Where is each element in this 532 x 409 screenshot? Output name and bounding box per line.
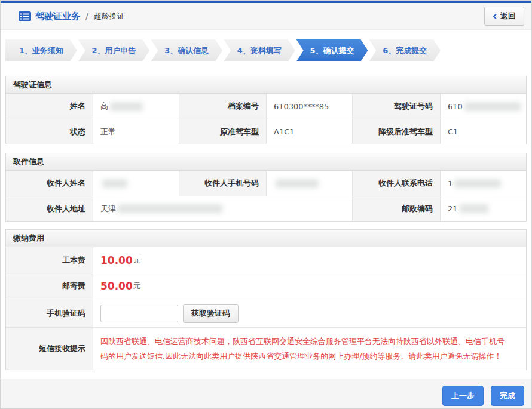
sms-code-input[interactable] [100, 305, 178, 322]
field-value: 1 [440, 171, 526, 196]
business-title: 驾驶证业务 [35, 11, 80, 22]
pickup-info-table: 收件人姓名收件人手机号码收件人联系电话1收件人地址天津邮政编码21 [6, 171, 526, 221]
license-info-table: 姓名高档案编号610300****85驾驶证号码610状态正常原准驾车型A1C1… [6, 94, 526, 144]
field-value-text: 高 [100, 101, 108, 112]
section-title: 缴纳费用 [6, 230, 526, 247]
field-label: 原准驾车型 [179, 119, 266, 144]
field-label: 短信接收提示 [6, 327, 93, 370]
field-label: 邮政编码 [352, 196, 440, 221]
redacted-text [454, 179, 501, 188]
field-value: 高 [93, 94, 179, 119]
section-title: 驾驶证信息 [6, 76, 526, 94]
field-value: A1C1 [266, 119, 352, 144]
sms-notice-text: 因陕西省联通、电信运营商技术问题，陕西省互联网交通安全综合服务管理平台无法向持陕… [100, 334, 526, 364]
field-value-text: 天津 [100, 204, 116, 214]
get-code-button[interactable]: 获取验证码 [183, 304, 239, 323]
section-license-info: 驾驶证信息 姓名高档案编号610300****85驾驶证号码610状态正常原准驾… [5, 76, 527, 144]
field-label: 收件人手机号码 [179, 171, 266, 196]
field-value: 因陕西省联通、电信运营商技术问题，陕西省互联网交通安全综合服务管理平台无法向持陕… [93, 327, 526, 370]
field-label: 状态 [6, 119, 93, 144]
field-label: 收件人姓名 [6, 171, 93, 196]
back-button[interactable]: 返回 [484, 7, 524, 26]
field-label: 档案编号 [179, 94, 266, 119]
title-separator: / [85, 11, 88, 21]
step-tab-4[interactable]: 4、资料填写 [224, 39, 295, 61]
field-value: 610 [440, 94, 526, 119]
field-value: 天津 [93, 196, 352, 221]
field-label: 降级后准驾车型 [352, 119, 440, 144]
field-value-text: 610 [448, 102, 463, 111]
field-label: 收件人联系电话 [352, 171, 440, 196]
field-value: C1 [440, 119, 526, 144]
redacted-text [102, 179, 127, 188]
field-value-text: 1 [448, 179, 452, 188]
form-list-icon [19, 11, 31, 21]
fee-amount: 10.00 [100, 254, 133, 266]
field-value-text: 610300****85 [274, 102, 329, 111]
field-value [266, 171, 352, 196]
field-value-text: 正常 [100, 127, 116, 137]
section-title: 取件信息 [6, 153, 526, 171]
step-tab-3[interactable]: 3、确认信息 [151, 39, 222, 61]
field-value: 21 [440, 196, 526, 221]
redacted-text [464, 102, 521, 111]
previous-step-button[interactable]: 上一步 [442, 386, 484, 406]
step-tab-1[interactable]: 1、业务须知 [5, 39, 77, 61]
redacted-text [118, 204, 222, 213]
field-value-text: C1 [448, 127, 458, 136]
field-value: 获取验证码 [93, 299, 526, 327]
page: 驾驶证业务 / 超龄换证 返回 1、业务须知2、用户申告3、确认信息4、资料填写… [0, 0, 532, 409]
field-value-text: 21 [448, 204, 458, 213]
field-value: 10.00 元 [93, 247, 526, 273]
field-label: 手机验证码 [6, 299, 93, 327]
redacted-text [276, 179, 319, 188]
step-tab-5[interactable]: 5、确认提交 [296, 39, 368, 61]
field-label: 收件人地址 [6, 196, 93, 221]
steps-bar: 1、业务须知2、用户申告3、确认信息4、资料填写5、确认提交6、完成提交 [5, 39, 441, 61]
step-tab-2[interactable]: 2、用户申告 [78, 39, 150, 61]
step-tab-6[interactable]: 6、完成提交 [369, 39, 441, 61]
fee-unit: 元 [133, 281, 141, 291]
subpage-title: 超龄换证 [94, 11, 125, 21]
field-value: 50.00 元 [93, 273, 526, 299]
field-value [93, 171, 179, 196]
field-label: 工本费 [6, 247, 93, 273]
field-value: 610300****85 [266, 94, 352, 119]
field-label: 姓名 [6, 94, 93, 119]
finish-button[interactable]: 完成 [491, 386, 524, 406]
redacted-text [460, 204, 488, 213]
field-label: 驾驶证号码 [352, 94, 440, 119]
section-fees: 缴纳费用 工本费 10.00 元 邮寄费 50.00 元 手机验证码 获取验证码… [5, 229, 527, 370]
fee-amount: 50.00 [100, 280, 133, 292]
back-label: 返回 [500, 11, 516, 21]
section-pickup-info: 取件信息 收件人姓名收件人手机号码收件人联系电话1收件人地址天津邮政编码21 [5, 153, 527, 222]
field-value-text: A1C1 [274, 127, 295, 136]
fees-table: 工本费 10.00 元 邮寄费 50.00 元 手机验证码 获取验证码 短信接收… [6, 247, 526, 370]
page-title: 驾驶证业务 / 超龄换证 [19, 11, 125, 22]
page-header: 驾驶证业务 / 超龄换证 返回 [1, 3, 531, 30]
field-value: 正常 [93, 119, 179, 144]
redacted-text [110, 102, 143, 111]
fee-unit: 元 [133, 255, 141, 266]
footer-actions: 上一步 完成 [1, 379, 531, 409]
chevron-left-icon [493, 13, 497, 20]
field-label: 邮寄费 [6, 273, 93, 299]
